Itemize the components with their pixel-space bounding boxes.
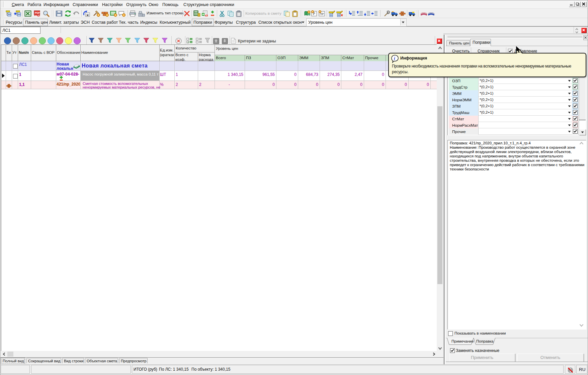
svg-text:✱: ✱	[87, 14, 89, 16]
svg-text:PDF: PDF	[35, 11, 40, 14]
svg-text:i: i	[394, 56, 395, 61]
